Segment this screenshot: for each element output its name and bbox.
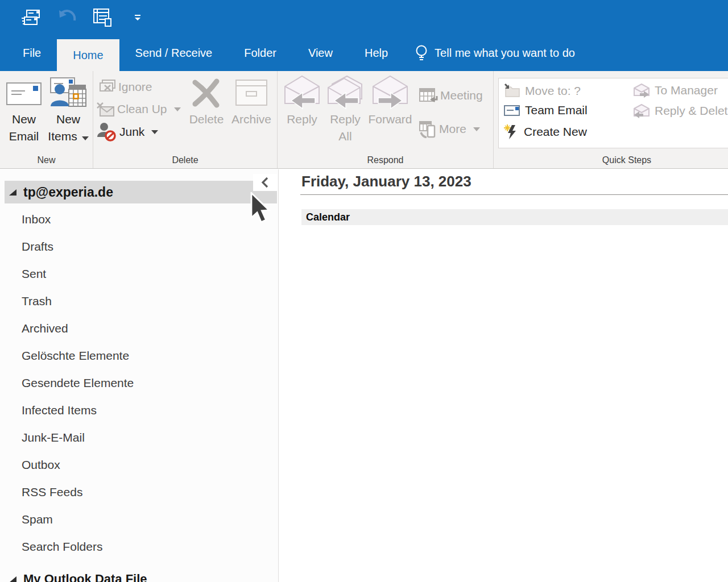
new-email-label-line1: New [12,111,36,128]
delete-button: Delete [188,74,225,128]
new-email-button[interactable]: New Email [5,74,43,145]
sidebar-item-search-folders[interactable]: Search Folders [0,533,278,560]
archive-button: Archive [230,74,273,128]
clean-up-label: Clean Up [117,102,167,116]
account-name: tp@experia.de [23,185,113,200]
tab-bar-tabs: FileHomeSend / ReceiveFolderViewHelp [7,35,404,71]
reply-all-label-line2: All [338,128,351,145]
ribbon: New Email [0,71,728,169]
tab-view[interactable]: View [292,35,349,71]
quick-steps-gallery: Move to: ? Team Email [498,78,728,148]
tab-folder[interactable]: Folder [228,35,292,71]
calendar-section-label: Calendar [306,211,350,223]
group-label-respond: Respond [278,155,493,165]
task-list-icon [92,7,113,28]
sidebar-item-junk-e-mail[interactable]: Junk-E-Mail [0,424,278,451]
tell-me-box[interactable]: Tell me what you want to do [414,35,575,71]
ignore-label: Ignore [118,80,152,94]
to-manager-icon [633,83,650,98]
forward-button: Forward [367,74,413,128]
sidebar-item-rss-feeds[interactable]: RSS Feeds [0,479,278,506]
to-manager-label: To Manager [655,84,718,97]
undo-icon [57,9,77,26]
expanded-triangle-icon [9,576,16,582]
reply-all-button: Reply All [325,74,365,145]
send-receive-button[interactable] [22,7,42,28]
account-header[interactable]: tp@experia.de [5,181,277,203]
tab-file[interactable]: File [7,35,57,71]
sidebar-item-spam[interactable]: Spam [0,506,278,533]
sidebar-item-gesendete-elemente[interactable]: Gesendete Elemente [0,369,278,397]
reply-delete-label: Reply & Delete [655,104,728,118]
chevron-down-icon [174,107,181,111]
sidebar-item-outbox[interactable]: Outbox [0,451,278,479]
tab-home[interactable]: Home [57,39,119,71]
create-new-icon [503,124,519,140]
data-file-header[interactable]: My Outlook Data File [5,572,147,582]
ribbon-group-respond: Reply Reply All Forwa [278,71,494,168]
reply-icon [283,74,321,111]
qat-dropdown-icon [133,14,142,22]
title-bar [0,0,728,35]
junk-icon [97,122,117,142]
more-button: More [419,120,480,138]
move-to-icon [503,83,520,99]
group-label-new: New [0,155,93,165]
folder-pane: tp@experia.de InboxDraftsSentTrashArchiv… [0,169,279,582]
chevron-down-icon [82,136,89,140]
reply-delete-icon [633,103,650,118]
lightbulb-icon [414,44,429,63]
group-label-delete: Delete [93,155,277,165]
new-items-label-line1: New [56,111,80,128]
team-email-icon [503,103,520,117]
more-icon [419,120,437,138]
junk-button[interactable]: Junk [97,122,158,142]
delete-icon [191,74,222,111]
clean-up-button: Clean Up [96,101,181,118]
create-new-label: Create New [524,125,587,139]
quick-access-toolbar [22,7,148,28]
quick-step-create-new[interactable]: Create New [503,124,587,140]
minimize-folder-pane-button[interactable] [253,174,277,191]
archive-label: Archive [231,111,271,128]
quick-step-move-to: Move to: ? [503,83,581,99]
archive-icon [234,74,269,111]
junk-label: Junk [119,125,144,139]
new-items-button[interactable]: New Items [47,74,90,145]
clean-up-icon [96,101,115,118]
sidebar-item-inbox[interactable]: Inbox [0,206,278,233]
tab-help[interactable]: Help [349,35,404,71]
team-email-label: Team Email [525,103,588,117]
ignore-button: Ignore [98,79,152,95]
today-date-heading: Friday, January 13, 2023 [301,173,471,190]
sidebar-item-sent[interactable]: Sent [0,260,278,288]
customize-qat-button[interactable] [127,7,148,28]
task-list-button[interactable] [92,7,113,28]
sidebar-item-drafts[interactable]: Drafts [0,233,278,260]
more-label: More [439,122,466,136]
quick-step-to-manager: To Manager [633,83,718,98]
expanded-triangle-icon [9,189,16,196]
new-email-label-line2: Email [9,128,39,145]
tell-me-label: Tell me what you want to do [435,47,575,60]
meeting-button: Meeting [419,87,483,104]
calendar-section-header[interactable]: Calendar [301,209,728,225]
new-email-icon [6,74,42,111]
heading-divider [300,194,728,195]
delete-label: Delete [189,111,224,128]
group-label-quick-steps: Quick Steps [510,155,728,165]
quick-step-team-email[interactable]: Team Email [503,103,588,117]
ribbon-tab-bar: FileHomeSend / ReceiveFolderViewHelp Tel… [0,35,728,71]
data-file-name: My Outlook Data File [23,572,147,582]
folder-list: InboxDraftsSentTrashArchivedGelöschte El… [0,206,278,560]
sidebar-item-trash[interactable]: Trash [0,288,278,315]
sidebar-item-archived[interactable]: Archived [0,315,278,342]
collapse-chevron-icon [260,176,270,189]
sidebar-item-infected-items[interactable]: Infected Items [0,397,278,424]
reply-all-icon [326,74,364,111]
tab-send-receive[interactable]: Send / Receive [119,35,229,71]
sidebar-item-gel-schte-elemente[interactable]: Gelöschte Elemente [0,342,278,369]
undo-button[interactable] [57,7,77,28]
ribbon-group-delete: Ignore Clean Up [93,71,278,168]
quick-step-reply-and-delete: Reply & Delete [633,103,728,118]
